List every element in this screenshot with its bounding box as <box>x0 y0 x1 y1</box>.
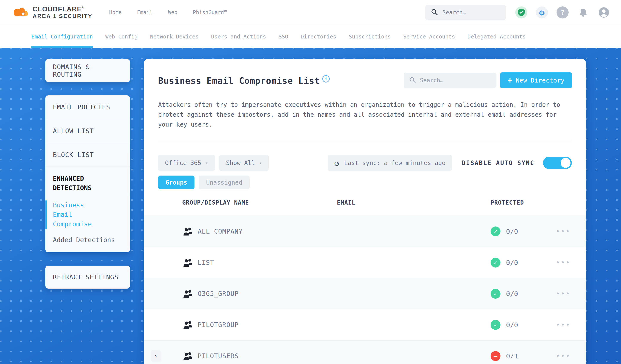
column-protected: PROTECTED <box>491 199 556 206</box>
chevron-down-icon: ▾ <box>259 160 262 165</box>
refresh-icon: ↺ <box>334 158 339 167</box>
expand-row-button[interactable]: › <box>151 350 161 362</box>
list-search[interactable] <box>404 73 496 88</box>
row-menu-icon[interactable]: ••• <box>556 259 586 266</box>
global-search[interactable] <box>425 5 506 20</box>
brand-name: CLOUDFLARE® <box>33 6 92 13</box>
group-name: LIST <box>198 259 337 266</box>
global-search-input[interactable] <box>442 9 500 16</box>
table-row[interactable]: O365_GROUP ✓ 0/0 ••• <box>144 278 586 309</box>
top-header: CLOUDFLARE® AREA 1 SECURITY Home Email W… <box>0 0 621 25</box>
tab-groups[interactable]: Groups <box>158 175 194 189</box>
tab-subscriptions[interactable]: Subscriptions <box>349 25 391 48</box>
bell-icon[interactable] <box>577 6 589 18</box>
filter-bar: Office 365 ▾ Show All ▾ ↺ Last sync: a f… <box>158 155 572 171</box>
panel-header: Business Email Compromise Listi + New Di… <box>158 72 572 88</box>
sidebar-item-block-list[interactable]: BLOCK LIST <box>45 143 130 167</box>
protected-check-icon: ✓ <box>491 320 500 330</box>
sidebar-group-enhanced-detections: ENHANCED DETECTIONS Business Email Compr… <box>45 167 130 252</box>
sidebar-item-enhanced-detections[interactable]: ENHANCED DETECTIONS <box>53 174 117 193</box>
primary-nav: Home Email Web PhishGuard™ <box>109 9 227 16</box>
tab-directories[interactable]: Directories <box>301 25 336 48</box>
group-icon <box>172 258 198 267</box>
nav-home[interactable]: Home <box>109 9 122 16</box>
group-icon <box>172 351 198 361</box>
protected-count: 0/0 <box>506 259 518 266</box>
nav-web[interactable]: Web <box>168 9 177 16</box>
new-directory-button[interactable]: + New Directory <box>500 72 572 88</box>
sidebar-item-business-email-compromise[interactable]: Business Email Compromise <box>45 200 105 229</box>
group-icon <box>172 227 198 236</box>
tab-email-configuration[interactable]: Email Configuration <box>31 25 93 48</box>
groups-table: GROUP/DISPLAY NAME EMAIL PROTECTED ALL C… <box>144 189 586 364</box>
table-row[interactable]: LIST ✓ 0/0 ••• <box>144 247 586 278</box>
shield-check-icon[interactable] <box>515 6 527 18</box>
tab-sso[interactable]: SSO <box>278 25 288 48</box>
search-icon <box>409 76 416 84</box>
protected-check-icon: ✓ <box>491 226 500 236</box>
sidebar-item-added-detections[interactable]: Added Detections <box>53 236 126 244</box>
section-tabs: Email Configuration Web Config Network D… <box>0 25 621 48</box>
protected-check-icon: ✓ <box>491 289 500 299</box>
chevron-down-icon: ▾ <box>206 160 208 165</box>
header-icon-row: ⚙ ? <box>515 6 610 18</box>
sidebar-item-domains-routing[interactable]: DOMAINS & ROUTING <box>45 59 130 82</box>
auto-sync-label: DISABLE AUTO SYNC <box>462 159 535 167</box>
tab-users-and-actions[interactable]: Users and Actions <box>211 25 266 48</box>
nav-email[interactable]: Email <box>137 9 153 16</box>
column-email: EMAIL <box>337 199 491 206</box>
page-title: Business Email Compromise Listi <box>158 75 330 86</box>
page-description: Attackers often try to impersonate execu… <box>158 100 562 130</box>
tab-web-config[interactable]: Web Config <box>105 25 138 48</box>
cloudflare-cloud-icon <box>11 6 29 19</box>
view-tabs: Groups Unassigned <box>158 175 572 189</box>
registered-mark: ® <box>82 6 84 9</box>
sidebar: DOMAINS & ROUTING EMAIL POLICIES ALLOW L… <box>45 59 130 289</box>
help-icon[interactable]: ? <box>556 6 569 18</box>
user-avatar-icon[interactable] <box>598 6 610 18</box>
protected-cell: ✓ 0/0 <box>491 289 556 299</box>
divider <box>158 141 572 141</box>
row-menu-icon[interactable]: ••• <box>556 227 586 235</box>
tab-unassigned[interactable]: Unassigned <box>199 175 250 189</box>
table-row[interactable]: PILOTGROUP ✓ 0/0 ••• <box>144 309 586 340</box>
group-name: ALL COMPANY <box>198 227 337 235</box>
info-icon[interactable]: i <box>322 75 330 83</box>
table-row[interactable]: › PILOTUSERS − 0/1 ••• <box>144 340 586 364</box>
sidebar-item-allow-list[interactable]: ALLOW LIST <box>45 119 130 143</box>
table-body: ALL COMPANY ✓ 0/0 ••• LIST <box>144 216 586 364</box>
search-icon <box>431 8 438 17</box>
sidebar-policies-card: EMAIL POLICIES ALLOW LIST BLOCK LIST ENH… <box>45 95 130 252</box>
directory-select[interactable]: Office 365 ▾ <box>158 155 215 171</box>
group-icon <box>172 289 198 298</box>
protected-count: 0/0 <box>506 321 518 329</box>
cloudflare-logo[interactable]: CLOUDFLARE® AREA 1 SECURITY <box>11 6 92 19</box>
last-sync-button[interactable]: ↺ Last sync: a few minutes ago <box>328 155 452 171</box>
last-sync-label: Last sync: a few minutes ago <box>344 159 446 167</box>
row-menu-icon[interactable]: ••• <box>556 290 586 297</box>
nav-phishguard[interactable]: PhishGuard™ <box>193 9 227 16</box>
row-menu-icon[interactable]: ••• <box>556 321 586 329</box>
brand-subtitle: AREA 1 SECURITY <box>33 13 92 19</box>
tab-network-devices[interactable]: Network Devices <box>150 25 199 48</box>
plus-icon: + <box>508 76 512 84</box>
page-background: DOMAINS & ROUTING EMAIL POLICIES ALLOW L… <box>0 48 621 364</box>
table-row[interactable]: ALL COMPANY ✓ 0/0 ••• <box>144 216 586 247</box>
toggle-knob <box>561 158 570 168</box>
group-icon <box>172 320 198 329</box>
sidebar-item-retract-settings[interactable]: RETRACT SETTINGS <box>45 266 130 289</box>
protected-count: 0/1 <box>506 352 518 360</box>
sidebar-item-email-policies[interactable]: EMAIL POLICIES <box>45 95 130 119</box>
tab-delegated-accounts[interactable]: Delegated Accounts <box>467 25 526 48</box>
group-name: PILOTUSERS <box>198 352 337 360</box>
tab-service-accounts[interactable]: Service Accounts <box>403 25 455 48</box>
gear-icon[interactable]: ⚙ <box>536 6 548 18</box>
show-filter-select[interactable]: Show All ▾ <box>219 155 269 171</box>
group-name: O365_GROUP <box>198 290 337 297</box>
protected-count: 0/0 <box>506 290 518 298</box>
list-search-input[interactable] <box>420 77 491 84</box>
row-menu-icon[interactable]: ••• <box>556 352 586 360</box>
auto-sync-toggle[interactable] <box>543 157 572 169</box>
main-panel: Business Email Compromise Listi + New Di… <box>144 59 586 364</box>
protected-cell: ✓ 0/0 <box>491 226 556 236</box>
